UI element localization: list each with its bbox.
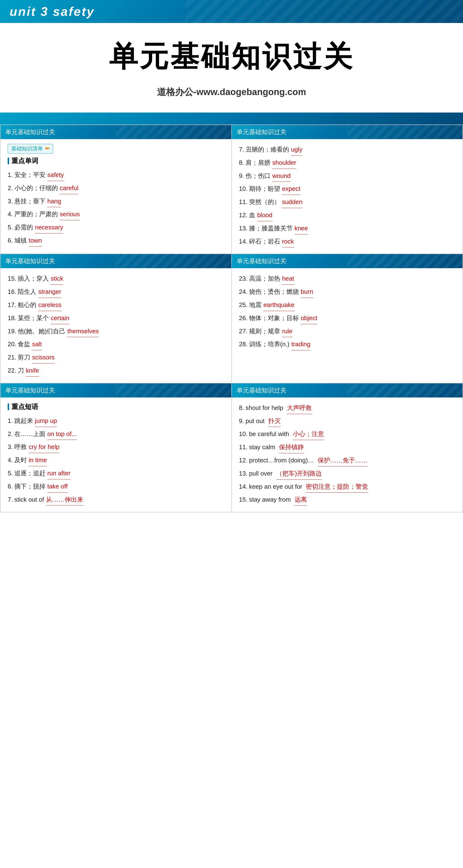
vocab-item: 16. 陌生人 stranger (8, 286, 224, 298)
vocab-num: 17. (8, 299, 16, 311)
vocab-num: 13. (239, 223, 247, 234)
vocab-zh: 跳起来 (14, 415, 33, 427)
vocab-zh: shout for help (245, 402, 285, 413)
vocab-item: 27. 规则；规章 rule (239, 326, 456, 337)
vocab-en: stick (51, 273, 63, 285)
vocab-en: 从……伸出来 (46, 494, 83, 506)
vocab-item: 13. pull over （把车)开到路边 (239, 468, 456, 479)
vocab-item: 15. stay away from 远离 (239, 494, 456, 506)
vocab-zh: 剪刀 (18, 352, 30, 363)
vocab-zh: 规则；规章 (249, 326, 280, 337)
vocab-zh: 小心的；仔细的 (14, 182, 58, 194)
vocab-col3: 15. 插入；穿入 stick 16. 陌生人 stranger 17. 粗心的… (8, 273, 224, 376)
vocab-num: 25. (239, 299, 247, 311)
cell-body-1: 基础知识清单 ✏ 重点单词 1. 安全；平安 safety 2. 小心的；仔细的… (0, 139, 231, 253)
vocab-num: 9. (239, 415, 244, 427)
vocab-num: 3. (8, 441, 13, 453)
vocab-item: 8. 肩；肩膀 shoulder (239, 157, 456, 169)
vocab-item: 15. 插入；穿入 stick (8, 273, 224, 285)
vocab-num: 27. (239, 326, 247, 337)
vocab-item: 14. keep an eye out for 密切注意；提防；警觉 (239, 481, 456, 493)
cell-body-3: 15. 插入；穿入 stick 16. 陌生人 stranger 17. 粗心的… (0, 268, 231, 383)
cell-header-3: 单元基础知识过关 (0, 254, 231, 268)
vocab-en: careful (60, 182, 78, 194)
vocab-item: 18. 某些；某个 certain (8, 312, 224, 324)
vocab-en: on top of... (47, 428, 77, 440)
cell-header-label-3: 单元基础知识过关 (5, 257, 55, 265)
vocab-num: 6. (8, 481, 13, 492)
vocab-item: 22. 刀 knife (8, 365, 224, 377)
vocab-zh: put out (245, 415, 266, 427)
vocab-item: 28. 训练；培养(n.) trading (239, 339, 456, 350)
vocab-item: 1. 安全；平安 safety (8, 169, 224, 181)
vocab-num: 7. (239, 144, 244, 155)
vocab-en: stranger (38, 286, 61, 298)
vocab-num: 10. (239, 428, 247, 440)
vocab-en: 小心；注意 (293, 428, 324, 440)
vocab-en: 密切注意；提防；警觉 (306, 481, 368, 493)
vocab-item: 2. 在……上面 on top of... (8, 428, 224, 440)
vocab-zh: protect…from (doing)… (249, 455, 316, 466)
vocab-zh: 严重的；严肃的 (14, 209, 58, 220)
vocab-en: take off (47, 481, 68, 493)
vocab-item: 9. 伤；伤口 wound (239, 170, 456, 182)
vocab-en: jump up (35, 415, 57, 427)
vocab-item: 8. shout for help 大声呼救 (239, 402, 456, 414)
vocab-col2: 7. 丑陋的；难看的 ugly 8. 肩；肩膀 shoulder 9. 伤；伤口… (239, 144, 456, 247)
page-header: unit 3 safety (0, 0, 463, 23)
vocab-en: rock (282, 236, 294, 248)
vocab-item: 24. 烧伤；烫伤；燃烧 burn (239, 286, 456, 298)
section-separator (0, 113, 463, 125)
cell-header-label-6: 单元基础知识过关 (237, 387, 287, 394)
vocab-num: 20. (8, 339, 16, 350)
vocab-en: in time (29, 455, 47, 466)
vocab-num: 14. (239, 236, 247, 247)
vocab-item: 10. 期待；盼望 expect (239, 183, 456, 195)
vocab-en: town (29, 235, 42, 247)
cell-body-6: 8. shout for help 大声呼救 9. put out 扑灭 10.… (232, 398, 463, 512)
cell-vocab-1: 单元基础知识过关 基础知识清单 ✏ 重点单词 1. 安全；平安 safety 2… (0, 125, 232, 254)
badge-icon-1: ✏ (45, 146, 49, 152)
content-grid: 单元基础知识过关 基础知识清单 ✏ 重点单词 1. 安全；平安 safety 2… (0, 125, 463, 513)
vocab-num: 26. (239, 312, 247, 324)
vocab-num: 22. (8, 365, 16, 376)
vocab-en: run after (47, 468, 71, 479)
vocab-num: 11. (239, 441, 247, 453)
vocab-en: rule (282, 326, 292, 337)
cell-vocab-4: 单元基础知识过关 23. 高温；加热 heat 24. 烧伤；烫伤；燃烧 bur… (232, 254, 463, 383)
cell-header-label-5: 单元基础知识过关 (5, 387, 55, 394)
vocab-num: 8. (239, 402, 244, 413)
vocab-item: 3. 悬挂；垂下 hang (8, 196, 224, 207)
vocab-zh: 安全；平安 (14, 169, 45, 181)
vocab-item: 7. stick out of 从……伸出来 (8, 494, 224, 506)
vocab-en: expect (282, 183, 301, 195)
phrases-col1: 1. 跳起来 jump up 2. 在……上面 on top of... 3. … (8, 415, 224, 506)
cell-header-4: 单元基础知识过关 (232, 254, 463, 268)
vocab-num: 2. (8, 182, 13, 194)
cell-vocab-3: 单元基础知识过关 15. 插入；穿入 stick 16. 陌生人 strange… (0, 254, 232, 383)
vocab-zh: 在……上面 (14, 428, 45, 440)
subheader-text: 重点单词 (11, 156, 38, 165)
vocab-zh: 悬挂；垂下 (14, 196, 45, 207)
vocab-item: 17. 粗心的 careless (8, 299, 224, 311)
cell-header-label-1: 单元基础知识过关 (5, 128, 55, 135)
vocab-num: 13. (239, 468, 247, 479)
vocab-en: ugly (291, 144, 302, 156)
vocab-zh: 丑陋的；难看的 (245, 144, 289, 155)
vocab-zh: 必需的 (14, 222, 33, 233)
vocab-item: 6. 摘下；脱掉 take off (8, 481, 224, 493)
vocab-item: 2. 小心的；仔细的 careful (8, 182, 224, 194)
vocab-zh: 刀 (18, 365, 24, 376)
vocab-item: 14. 碎石；岩石 rock (239, 236, 456, 248)
vocab-num: 15. (8, 273, 16, 284)
vocab-item: 5. 追逐；追赶 run after (8, 468, 224, 479)
vocab-item: 5. 必需的 necessary (8, 222, 224, 234)
vocab-zh: 物体；对象；目标 (249, 312, 299, 324)
badge-1: 基础知识清单 ✏ (8, 144, 53, 154)
cell-header-2: 单元基础知识过关 (232, 125, 463, 139)
vocab-en: necessary (35, 222, 63, 234)
vocab-item: 7. 丑陋的；难看的 ugly (239, 144, 456, 156)
vocab-item: 12. 血 blood (239, 210, 456, 221)
vocab-zh: 伤；伤口 (245, 170, 270, 182)
vocab-item: 3. 呼救 cry for help (8, 441, 224, 453)
